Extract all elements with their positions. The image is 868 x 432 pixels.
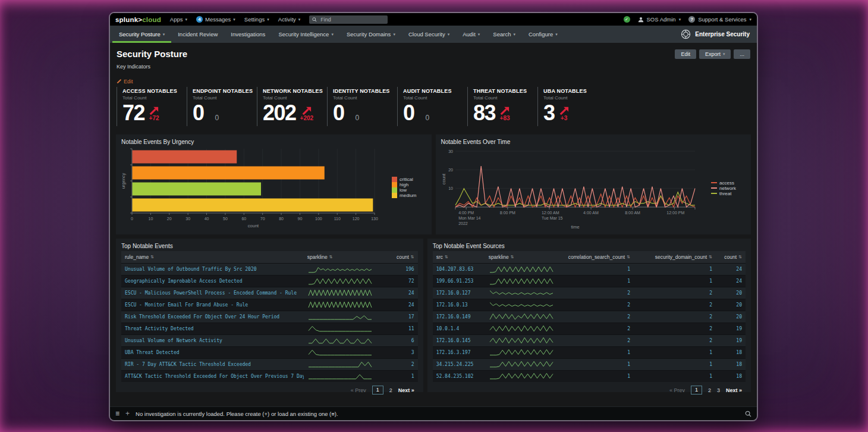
edit-button[interactable]: Edit [675,49,696,59]
sources-page-1[interactable]: 1 [691,386,702,395]
bar-low[interactable] [133,183,262,196]
events-row-4-rule-name[interactable]: ESCU - Monitor Email For Brand Abuse - R… [121,299,304,311]
menu-messages[interactable]: 4Messages▾ [196,16,235,23]
kpi-identity-notables[interactable]: IDENTITY NOTABLESTotal Count00 [327,87,397,127]
bar-critical[interactable] [133,151,237,164]
nav-item-audit[interactable]: Audit▾ [456,26,486,43]
nav-item-incident-review[interactable]: Incident Review [171,26,224,43]
sources-row-5-security-domain-count[interactable]: 2 [634,311,716,323]
sources-row-9-security-domain-count[interactable]: 1 [634,358,716,370]
sources-row-10-security-domain-count[interactable]: 1 [634,370,716,382]
find-input[interactable] [319,16,381,23]
nav-item-cloud-security[interactable]: Cloud Security▾ [402,26,456,43]
key-indicators-edit-link[interactable]: Edit [117,79,133,84]
menu-apps[interactable]: Apps▾ [170,16,187,23]
menu-settings[interactable]: Settings▾ [244,16,269,23]
column-header-src[interactable]: src⇅ [433,251,485,263]
column-header-rule-name[interactable]: rule_name⇅ [121,251,304,263]
events-row-5-count[interactable]: 17 [383,311,418,323]
events-page-1[interactable]: 1 [372,386,383,395]
sources-row-2-security-domain-count[interactable]: 1 [634,275,716,287]
column-header-security-domain-count[interactable]: security_domain_count⇅ [634,251,716,263]
events-row-8-rule-name[interactable]: UBA Threat Detected [121,346,304,358]
sources-row-6-security-domain-count[interactable]: 2 [634,323,716,334]
sources-row-3-src[interactable]: 172.16.0.127 [433,287,485,299]
sources-row-5-correlation-search-count[interactable]: 2 [565,311,634,323]
sources-row-7-count[interactable]: 19 [716,334,746,346]
events-row-3-rule-name[interactable]: ESCU - Malicious PowerShell Process - En… [121,287,304,299]
sources-row-10-correlation-search-count[interactable]: 1 [565,370,634,382]
legend-item-low[interactable]: low [392,187,416,193]
nav-item-security-domains[interactable]: Security Domains▾ [340,26,402,43]
sources-prev-button[interactable]: « Prev [669,387,685,393]
sources-row-5-src[interactable]: 172.16.0.149 [433,311,485,323]
nav-item-search[interactable]: Search▾ [486,26,522,43]
events-page-2[interactable]: 2 [389,387,392,393]
sources-row-2-count[interactable]: 24 [716,275,746,287]
sources-row-4-src[interactable]: 172.16.0.13 [433,299,485,311]
sources-row-10-count[interactable]: 18 [716,370,746,382]
sources-row-3-security-domain-count[interactable]: 2 [634,287,716,299]
investigation-list-icon[interactable]: ≡ [115,410,119,417]
events-row-10-count[interactable]: 1 [383,370,418,382]
sources-row-4-count[interactable]: 20 [716,299,746,311]
legend-item-threat[interactable]: threat [711,191,736,196]
sources-row-7-security-domain-count[interactable]: 2 [634,334,716,346]
kpi-network-notables[interactable]: NETWORK NOTABLESTotal Count202+202 [257,87,327,127]
events-row-3-count[interactable]: 24 [383,287,418,299]
events-row-2-rule-name[interactable]: Geographically Improbable Access Detecte… [121,275,304,287]
sources-row-6-src[interactable]: 10.0.1.4 [433,323,485,334]
sources-row-4-correlation-search-count[interactable]: 2 [565,299,634,311]
events-next-button[interactable]: Next » [398,387,414,393]
sources-next-button[interactable]: Next » [726,387,742,393]
sources-page-3[interactable]: 3 [717,387,720,393]
menu-activity[interactable]: Activity▾ [278,16,301,23]
more-button[interactable]: ... [734,49,750,59]
export-button[interactable]: Export▾ [699,49,731,59]
events-row-1-rule-name[interactable]: Unusual Volume of Outbound Traffic By Sr… [121,263,304,275]
sources-row-2-correlation-search-count[interactable]: 1 [565,275,634,287]
nav-item-configure[interactable]: Configure▾ [522,26,564,43]
sources-row-8-security-domain-count[interactable]: 1 [634,346,716,358]
events-prev-button[interactable]: « Prev [351,387,366,393]
sources-row-10-src[interactable]: 52.84.235.102 [433,370,485,382]
kpi-audit-notables[interactable]: AUDIT NOTABLESTotal Count00 [397,87,467,127]
sources-row-5-count[interactable]: 20 [716,311,746,323]
events-row-2-count[interactable]: 72 [383,275,418,287]
events-row-1-count[interactable]: 196 [383,263,418,275]
sources-row-8-count[interactable]: 18 [716,346,746,358]
nav-item-security-posture[interactable]: Security Posture▾ [112,26,171,43]
sources-row-9-count[interactable]: 18 [716,358,746,370]
sources-row-2-src[interactable]: 199.66.91.253 [433,275,485,287]
find-search-box[interactable] [309,15,388,24]
legend-item-medium[interactable]: medium [392,193,416,198]
status-ok-icon[interactable]: ✓ [624,16,630,23]
column-header-count[interactable]: count⇅ [716,251,746,263]
sources-row-1-src[interactable]: 104.207.83.63 [433,263,485,275]
kpi-threat-notables[interactable]: THREAT NOTABLESTotal Count83+83 [467,87,537,127]
user-menu[interactable]: SOS Admin ▾ [638,16,681,23]
enterprise-security-brand[interactable]: Enterprise Security [681,26,754,43]
events-row-4-count[interactable]: 24 [383,299,418,311]
column-header-correlation-search-count[interactable]: correlation_search_count⇅ [565,251,634,263]
legend-item-high[interactable]: high [392,182,416,187]
column-header-sparkline[interactable]: sparkline⇅ [304,251,383,263]
sources-row-9-correlation-search-count[interactable]: 1 [565,358,634,370]
splunk-cloud-logo[interactable]: splunk>cloud [115,16,161,23]
events-row-6-rule-name[interactable]: Threat Activity Detected [121,323,304,334]
nav-item-security-intelligence[interactable]: Security Intelligence▾ [272,26,340,43]
kpi-uba-notables[interactable]: UBA NOTABLESTotal Count3+3 [537,87,608,127]
sources-row-6-correlation-search-count[interactable]: 2 [565,323,634,334]
add-investigation-icon[interactable]: + [125,410,130,417]
sources-row-9-src[interactable]: 34.215.24.225 [433,358,485,370]
sources-page-2[interactable]: 2 [708,387,711,393]
sources-row-8-correlation-search-count[interactable]: 1 [565,346,634,358]
bar-high[interactable] [133,167,325,180]
events-row-6-count[interactable]: 11 [383,323,418,334]
sources-row-7-correlation-search-count[interactable]: 2 [565,334,634,346]
sources-row-1-count[interactable]: 24 [716,263,746,275]
events-row-7-count[interactable]: 6 [383,334,418,346]
nav-item-investigations[interactable]: Investigations [224,26,272,43]
events-row-9-rule-name[interactable]: RIR - 7 Day ATT&CK Tactic Threshold Exce… [121,358,304,370]
investigation-search[interactable] [745,411,751,417]
